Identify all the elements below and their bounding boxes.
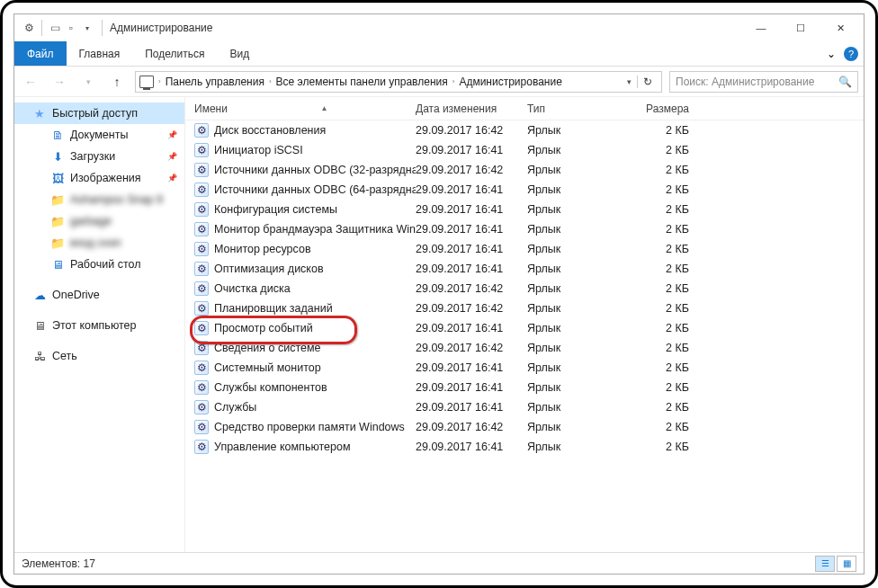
view-tab[interactable]: Вид [217,41,262,66]
new-folder-icon[interactable]: ▫ [64,21,78,35]
search-icon: 🔍 [838,76,852,88]
tools-icon: ⚙ [22,21,36,35]
file-name: Очистка диска [214,282,291,295]
chevron-right-icon[interactable]: › [450,77,458,85]
pin-icon: 📌 [167,152,177,161]
up-button[interactable]: ↑ [106,71,128,93]
sidebar-item-documents[interactable]: 🗎Документы📌 [14,124,184,146]
search-box[interactable]: Поиск: Администрирование 🔍 [669,71,858,93]
details-view-button[interactable]: ☰ [815,556,835,572]
chevron-right-icon[interactable]: › [156,77,164,85]
file-date: 29.09.2017 16:41 [416,183,527,196]
column-header-type[interactable]: Тип [527,102,632,115]
shortcut-icon: ⚙ [194,380,209,395]
separator [102,20,103,36]
file-date: 29.09.2017 16:41 [416,381,527,394]
file-name: Диск восстановления [214,124,326,137]
sidebar-item-label: Загрузки [70,150,115,163]
chevron-right-icon[interactable]: › [266,77,274,85]
file-row[interactable]: ⚙Монитор ресурсов29.09.2017 16:41Ярлык2 … [185,239,864,259]
file-size: 2 КБ [632,381,703,394]
sidebar-item-label: Этот компьютер [52,319,136,332]
sidebar-item-downloads[interactable]: ⬇Загрузки📌 [14,146,184,167]
file-date: 29.09.2017 16:42 [416,302,527,315]
breadcrumb[interactable]: Панель управления [166,76,264,88]
back-button[interactable]: ← [20,71,41,93]
file-type: Ярлык [527,124,632,137]
file-row[interactable]: ⚙Службы29.09.2017 16:41Ярлык2 КБ [185,397,864,417]
sidebar-item-this-pc[interactable]: 🖥Этот компьютер [14,315,184,336]
file-date: 29.09.2017 16:41 [416,263,527,275]
file-type: Ярлык [527,342,632,354]
minimize-button[interactable]: — [741,15,781,40]
recent-dropdown-icon[interactable]: ▾ [77,71,99,93]
qat-dropdown-icon[interactable]: ▾ [80,21,94,35]
file-row[interactable]: ⚙Системный монитор29.09.2017 16:41Ярлык2… [185,358,864,378]
file-row[interactable]: ⚙Инициатор iSCSI29.09.2017 16:41Ярлык2 К… [185,140,864,160]
address-bar[interactable]: › Панель управления › Все элементы панел… [135,71,662,93]
forward-button[interactable]: → [49,71,70,93]
icons-view-button[interactable]: ▦ [837,556,856,572]
file-date: 29.09.2017 16:41 [416,441,527,453]
file-row[interactable]: ⚙Службы компонентов29.09.2017 16:41Ярлык… [185,378,864,397]
sidebar-item-quick-access[interactable]: ★Быстрый доступ [14,102,184,124]
file-row[interactable]: ⚙Диск восстановления29.09.2017 16:42Ярлы… [185,120,864,140]
file-type: Ярлык [527,282,632,295]
share-tab[interactable]: Поделиться [132,41,217,66]
file-row[interactable]: ⚙Оптимизация дисков29.09.2017 16:41Ярлык… [185,259,864,279]
column-header-name[interactable]: Имени▲ [185,102,416,115]
file-tab[interactable]: Файл [14,41,67,66]
file-row[interactable]: ⚙Источники данных ODBC (32-разрядна...29… [185,160,864,180]
file-row[interactable]: ⚙Просмотр событий29.09.2017 16:41Ярлык2 … [185,318,864,338]
file-name: Монитор брандмауэра Защитника Win... [214,223,416,236]
close-button[interactable]: ✕ [820,15,860,40]
file-row[interactable]: ⚙Планировщик заданий29.09.2017 16:42Ярлы… [185,298,864,318]
file-row[interactable]: ⚙Сведения о системе29.09.2017 16:42Ярлык… [185,338,864,358]
title-bar: ⚙ ▭ ▫ ▾ Администрирование — ☐ ✕ [14,14,864,41]
help-icon[interactable]: ? [844,47,858,61]
sidebar-item-pictures[interactable]: 🖼Изображения📌 [14,167,184,189]
file-type: Ярлык [527,401,632,414]
file-name: Средство проверки памяти Windows [214,421,405,433]
refresh-button[interactable]: ↻ [637,76,658,88]
file-type: Ярлык [527,243,632,255]
file-row[interactable]: ⚙Конфигурация системы29.09.2017 16:41Ярл… [185,200,864,219]
file-date: 29.09.2017 16:41 [416,401,527,414]
file-size: 2 КБ [632,203,703,216]
file-row[interactable]: ⚙Монитор брандмауэра Защитника Win...29.… [185,219,864,239]
pin-icon: 📌 [167,130,177,139]
sidebar-item-folder[interactable]: 📁Ashampoo Snap 9 [14,189,184,210]
shortcut-icon: ⚙ [194,341,209,355]
address-dropdown-icon[interactable]: ▾ [623,77,635,86]
separator [41,20,42,36]
file-row[interactable]: ⚙Управление компьютером29.09.2017 16:41Я… [185,437,864,457]
column-headers: Имени▲ Дата изменения Тип Размера [185,97,864,120]
sidebar-item-folder[interactable]: 📁вход снэп [14,232,184,254]
properties-icon[interactable]: ▭ [48,21,62,35]
column-header-date[interactable]: Дата изменения [416,102,527,115]
file-row[interactable]: ⚙Очистка диска29.09.2017 16:42Ярлык2 КБ [185,279,864,298]
file-name: Источники данных ODBC (32-разрядна... [214,164,416,176]
file-size: 2 КБ [632,342,703,354]
sidebar-item-desktop[interactable]: 🖥Рабочий стол [14,254,184,275]
star-icon: ★ [32,106,47,120]
column-header-size[interactable]: Размера [632,102,703,115]
sidebar-item-network[interactable]: 🖧Сеть [14,345,184,367]
file-date: 29.09.2017 16:41 [416,361,527,374]
explorer-window: ⚙ ▭ ▫ ▾ Администрирование — ☐ ✕ Файл Гла… [13,13,865,575]
home-tab[interactable]: Главная [67,41,133,66]
file-row[interactable]: ⚙Средство проверки памяти Windows29.09.2… [185,417,864,437]
breadcrumb[interactable]: Администрирование [459,76,561,88]
maximize-button[interactable]: ☐ [781,15,820,40]
breadcrumb[interactable]: Все элементы панели управления [276,76,448,88]
shortcut-icon: ⚙ [194,242,209,256]
sidebar-item-label: OneDrive [52,289,100,301]
file-size: 2 КБ [632,243,703,255]
sidebar-item-onedrive[interactable]: ☁OneDrive [14,284,184,306]
sidebar-item-folder[interactable]: 📁garbage [14,210,184,232]
file-date: 29.09.2017 16:41 [416,322,527,334]
ribbon-expand-icon[interactable]: ⌄ [822,45,840,63]
quick-access-toolbar: ⚙ ▭ ▫ ▾ [18,20,98,36]
file-size: 2 КБ [632,124,703,137]
file-row[interactable]: ⚙Источники данных ODBC (64-разрядна...29… [185,180,864,200]
